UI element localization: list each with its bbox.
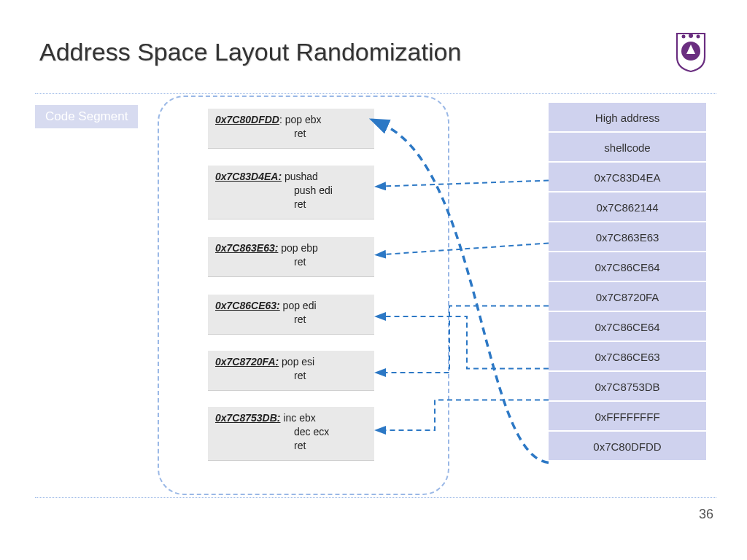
stack-cell: shellcode <box>549 133 706 163</box>
gadget-address: 0x7C863E63: <box>215 242 278 254</box>
gadget-body: ret <box>215 313 367 327</box>
gadget-address: 0x7C86CE63: <box>215 300 280 311</box>
gadget-body: push edi ret <box>215 184 367 211</box>
gadget-body: ret <box>215 369 367 383</box>
code-segment-label: Code Segment <box>35 105 138 128</box>
page-title: Address Space Layout Randomization <box>39 38 461 66</box>
gadget-block: 0x7C8720FA: pop esiret <box>208 351 374 391</box>
university-logo <box>674 32 708 73</box>
gadget-body: ret <box>215 255 367 269</box>
bottom-divider <box>35 497 716 498</box>
stack-cell: 0x7C86CE64 <box>549 252 706 282</box>
svg-point-2 <box>689 34 693 38</box>
stack-column: High addressshellcode0x7C83D4EA0x7C86214… <box>549 103 706 462</box>
stack-cell: 0xFFFFFFFF <box>549 402 706 432</box>
gadget-address: 0x7C80DFDD <box>215 114 279 125</box>
gadget-address: 0x7C83D4EA: <box>215 171 282 182</box>
gadget-body: ret <box>215 127 367 141</box>
stack-cell: 0x7C83D4EA <box>549 163 706 192</box>
stack-cell: 0x7C863E63 <box>549 222 706 252</box>
gadget-block: 0x7C863E63: pop ebpret <box>208 237 374 277</box>
stack-cell: 0x7C80DFDD <box>549 432 706 462</box>
page-number: 36 <box>699 507 713 522</box>
stack-cell: 0x7C8753DB <box>549 372 706 402</box>
stack-cell: 0x7C86CE63 <box>549 342 706 372</box>
gadget-block: 0x7C80DFDD: pop ebxret <box>208 109 374 149</box>
gadget-block: 0x7C83D4EA: pushadpush edi ret <box>208 166 374 219</box>
gadget-address: 0x7C8720FA: <box>215 356 279 368</box>
stack-cell: 0x7C86CE64 <box>549 312 706 342</box>
gadget-block: 0x7C8753DB: inc ebxdec ecx ret <box>208 407 374 461</box>
top-divider <box>35 93 716 94</box>
stack-cell: 0x7C862144 <box>549 192 706 222</box>
svg-point-1 <box>682 35 686 39</box>
stack-cell: 0x7C8720FA <box>549 282 706 312</box>
gadget-body: dec ecx ret <box>215 425 367 453</box>
gadget-address: 0x7C8753DB: <box>215 412 281 424</box>
stack-cell: High address <box>549 103 706 133</box>
svg-point-3 <box>697 35 700 39</box>
gadget-block: 0x7C86CE63: pop ediret <box>208 295 374 335</box>
